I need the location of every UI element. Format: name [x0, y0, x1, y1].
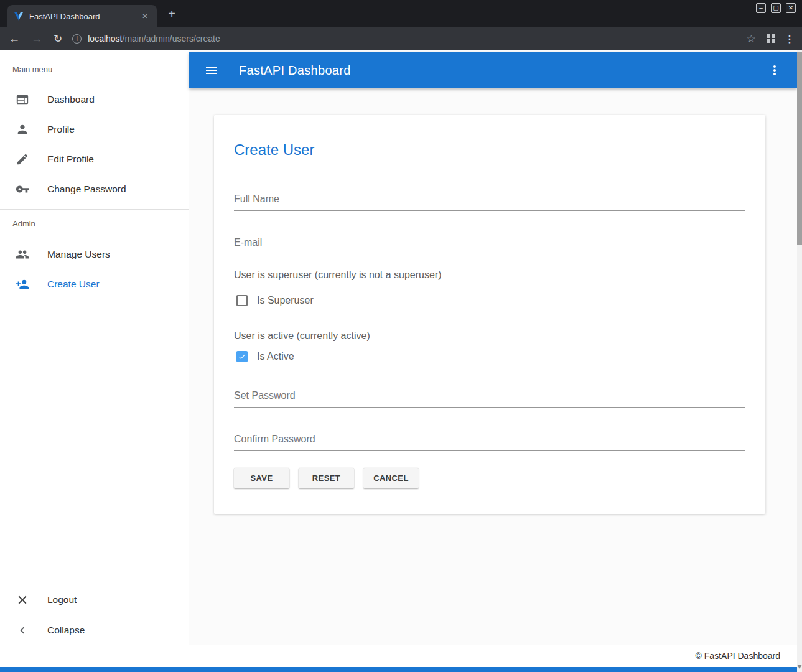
set-password-field[interactable]: [234, 390, 745, 408]
maximize-button[interactable]: ▢: [771, 3, 781, 13]
app-bar-menu-icon[interactable]: [767, 63, 782, 78]
browser-titlebar: FastAPI Dashboard ✕ + – ▢ ✕: [0, 0, 802, 27]
person-add-icon: [15, 277, 30, 292]
full-name-field[interactable]: [234, 194, 745, 211]
app-bar: FastAPI Dashboard: [189, 52, 797, 88]
page-title: Create User: [234, 141, 745, 159]
extensions-icon[interactable]: [766, 34, 776, 44]
cancel-button[interactable]: CANCEL: [363, 468, 419, 488]
create-user-card: Create User User is superuser (currently…: [214, 115, 765, 514]
key-icon: [15, 182, 30, 197]
app-bar-title: FastAPI Dashboard: [239, 63, 351, 78]
sidebar-item-label: Change Password: [47, 184, 126, 195]
sidebar-item-dashboard[interactable]: Dashboard: [0, 85, 189, 114]
is-active-label: Is Active: [257, 351, 294, 362]
url-host: localhost: [88, 34, 122, 44]
sidebar-item-edit-profile[interactable]: Edit Profile: [0, 144, 189, 174]
people-icon: [15, 247, 30, 262]
footer-copyright: © FastAPI Dashboard: [0, 645, 797, 667]
forward-icon[interactable]: →: [31, 32, 42, 45]
form-buttons: SAVE RESET CANCEL: [234, 468, 745, 488]
browser-tab[interactable]: FastAPI Dashboard ✕: [7, 5, 157, 27]
scrollbar-thumb[interactable]: [797, 52, 802, 245]
page-scrollbar[interactable]: [797, 50, 802, 672]
sidebar-bottom: Logout Collapse: [0, 585, 189, 645]
person-icon: [15, 122, 30, 137]
url-path: /main/admin/users/create: [123, 34, 220, 44]
superuser-hint: User is superuser (currently is not a su…: [234, 269, 745, 281]
sidebar-item-logout[interactable]: Logout: [0, 585, 189, 615]
sidebar-item-label: Profile: [47, 124, 75, 135]
minimize-button[interactable]: –: [756, 3, 766, 13]
tab-title: FastAPI Dashboard: [29, 12, 139, 21]
new-tab-button[interactable]: +: [164, 6, 179, 21]
hamburger-menu-icon[interactable]: [204, 63, 219, 78]
sidebar-item-label: Dashboard: [47, 94, 95, 105]
edit-icon: [15, 152, 30, 167]
active-hint: User is active (currently active): [234, 330, 745, 342]
chevron-left-icon: [15, 623, 30, 638]
sidebar-item-label: Manage Users: [47, 249, 110, 260]
reload-icon[interactable]: ↻: [54, 32, 62, 45]
reset-button[interactable]: RESET: [299, 468, 354, 488]
sidebar-item-label: Collapse: [47, 625, 85, 636]
back-icon[interactable]: ←: [9, 32, 20, 45]
is-superuser-checkbox[interactable]: [236, 295, 248, 306]
close-button[interactable]: ✕: [786, 3, 796, 13]
is-active-checkbox[interactable]: [236, 351, 248, 362]
email-field[interactable]: [234, 237, 745, 254]
confirm-password-field[interactable]: [234, 434, 745, 451]
window-controls: – ▢ ✕: [756, 3, 796, 13]
sidebar-item-create-user[interactable]: Create User: [0, 269, 189, 299]
address-bar[interactable]: localhost/main/admin/users/create: [88, 34, 220, 44]
sidebar-section-admin: Admin: [0, 210, 189, 240]
sidebar-item-label: Logout: [47, 594, 77, 605]
dashboard-icon: [15, 92, 30, 107]
sidebar-item-change-password[interactable]: Change Password: [0, 174, 189, 204]
tab-close-icon[interactable]: ✕: [139, 11, 151, 22]
sidebar-item-profile[interactable]: Profile: [0, 114, 189, 144]
bookmark-star-icon[interactable]: ☆: [747, 32, 756, 45]
save-button[interactable]: SAVE: [234, 468, 289, 488]
sidebar-item-label: Create User: [47, 279, 100, 290]
sidebar: Main menu Dashboard Profile Edit Profile…: [0, 50, 189, 645]
sidebar-item-label: Edit Profile: [47, 154, 94, 165]
browser-toolbar: ← → ↻ i localhost/main/admin/users/creat…: [0, 27, 802, 50]
sidebar-item-collapse[interactable]: Collapse: [0, 615, 189, 645]
sidebar-item-manage-users[interactable]: Manage Users: [0, 240, 189, 269]
is-superuser-label: Is Superuser: [257, 295, 314, 306]
close-icon: [15, 592, 30, 607]
sidebar-section-main-menu: Main menu: [0, 50, 189, 85]
footer-accent-bar: [0, 667, 797, 672]
browser-menu-icon[interactable]: ⋮: [785, 33, 795, 45]
scrollbar-down-arrow-icon[interactable]: [797, 665, 802, 669]
site-info-icon[interactable]: i: [72, 34, 82, 44]
vuetify-favicon-icon: [14, 11, 24, 21]
main-content: FastAPI Dashboard Create User User is su…: [189, 50, 797, 645]
